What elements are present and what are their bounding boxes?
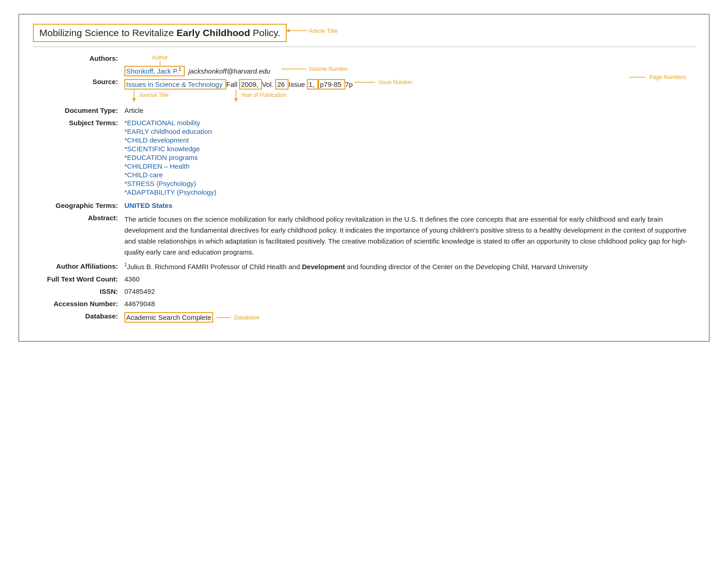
author-link[interactable]: Shonkoff, Jack P. xyxy=(126,67,179,75)
author-ann-line xyxy=(160,61,161,65)
article-title-section: Mobilizing Science to Revitalize Early C… xyxy=(33,24,695,42)
year-ann-arrow xyxy=(233,89,239,102)
issn-row: ISSN: 07485492 xyxy=(42,287,695,295)
article-title-prefix: Mobilizing Science to Revitalize xyxy=(39,27,177,38)
database-annotation-container: Database xyxy=(217,313,260,322)
subject-link-8[interactable]: *ADAPTABILITY (Psychology) xyxy=(124,188,216,196)
source-row: Source: Issues in Science & Technology F… xyxy=(42,78,695,88)
abstract-text: The article focuses on the science mobil… xyxy=(124,214,695,258)
database-row: Database: Academic Search Complete Datab… xyxy=(42,312,695,323)
volume-text: 26 xyxy=(277,80,285,88)
affiliations-suffix: and founding director of the Center on t… xyxy=(345,263,588,271)
affiliations-prefix: Julius B. Richmond FAMRI Professor of Ch… xyxy=(127,263,302,271)
wordcount-row: Full Text Word Count: 4360 xyxy=(42,275,695,283)
subject-link-1[interactable]: *EARLY childhood education xyxy=(124,127,212,135)
accession-row: Accession Number: 44679048 xyxy=(42,300,695,308)
geo-label: Geographic Terms: xyxy=(42,202,124,209)
subject-link-2[interactable]: *CHILD development xyxy=(124,136,189,144)
author-annotation-label: Author xyxy=(152,54,168,61)
subject-link-0[interactable]: *EDUCATIONAL mobility xyxy=(124,119,200,127)
authors-value: Author Shonkoff, Jack P.1 jackshonkoff@h… xyxy=(124,54,348,75)
database-ann-line xyxy=(217,313,233,322)
list-item[interactable]: *EDUCATIONAL mobility xyxy=(124,119,695,127)
database-value-container: Academic Search Complete Database xyxy=(124,312,695,323)
affiliations-label: Author Affiliations: xyxy=(42,262,124,270)
affiliations-row: Author Affiliations: 1Julius B. Richmond… xyxy=(42,262,695,271)
year-ann-pointer: Year of Publication xyxy=(233,90,287,102)
subjects-label: Subject Terms: xyxy=(42,119,124,127)
authors-label: Authors: xyxy=(42,54,124,62)
pages-suffix: 7p xyxy=(345,80,353,88)
list-item[interactable]: *CHILD care xyxy=(124,171,695,179)
issue-label-text: Issue xyxy=(289,80,305,88)
doctype-row: Document Type: Article xyxy=(42,106,695,114)
subject-link-4[interactable]: *EDUCATION programs xyxy=(124,154,198,161)
year-text: 2009, xyxy=(241,80,258,88)
journal-title-text: Issues in Science & Technology xyxy=(126,80,223,88)
author-sup: 1 xyxy=(179,67,182,72)
article-title-box: Mobilizing Science to Revitalize Early C… xyxy=(33,24,287,42)
main-content: Authors: Author Shonkoff, Jack P.1 jacks… xyxy=(33,54,695,323)
subject-link-3[interactable]: *SCIENTIFIC knowledge xyxy=(124,145,200,153)
list-item[interactable]: *EDUCATION programs xyxy=(124,154,695,161)
record-container: Mobilizing Science to Revitalize Early C… xyxy=(18,14,710,342)
subjects-row: Subject Terms: *EDUCATIONAL mobility *EA… xyxy=(42,119,695,197)
journal-ann-arrow xyxy=(131,89,137,102)
doctype-label: Document Type: xyxy=(42,106,124,114)
season-text: Fall xyxy=(226,80,237,88)
authors-row: Authors: Author Shonkoff, Jack P.1 jacks… xyxy=(42,54,695,75)
issue-annotation-label: Issue Number xyxy=(378,79,412,85)
pages-text: p79-85 xyxy=(320,80,342,88)
journal-year-annotations: Journal Title Year of Publication xyxy=(42,90,695,102)
subject-link-7[interactable]: *STRESS (Psychology) xyxy=(124,180,196,187)
doctype-value: Article xyxy=(124,106,695,114)
author-name-text: Shonkoff, Jack P. xyxy=(126,67,179,75)
subject-link-6[interactable]: *CHILD care xyxy=(124,171,163,179)
journal-ann-pointer: Journal Title xyxy=(131,90,169,102)
svg-marker-7 xyxy=(132,98,136,102)
pages-box: p79-85 xyxy=(318,79,345,90)
article-title-bold: Early Childhood xyxy=(177,27,250,38)
geo-link[interactable]: UNITED States xyxy=(124,202,172,209)
volume-box: 26 xyxy=(275,79,289,90)
article-title-suffix: Policy. xyxy=(250,27,280,38)
geo-value: UNITED States xyxy=(124,202,695,209)
volume-annotation-container: Volume Number xyxy=(281,64,348,74)
affiliations-bold: Development xyxy=(302,263,345,271)
list-item[interactable]: *CHILDREN – Health xyxy=(124,162,695,170)
year-box: 2009, xyxy=(239,79,262,90)
year-annotation-label: Year of Publication xyxy=(241,92,287,98)
database-annotation-label: Database xyxy=(234,314,260,321)
database-box: Academic Search Complete xyxy=(124,312,213,323)
journal-annotation-label: Journal Title xyxy=(139,92,169,98)
author-email: jackshonkoff@harvard.edu xyxy=(188,67,270,75)
list-item[interactable]: *ADAPTABILITY (Psychology) xyxy=(124,188,695,196)
geo-row: Geographic Terms: UNITED States xyxy=(42,202,695,209)
list-item[interactable]: *EARLY childhood education xyxy=(124,127,695,135)
article-title-annotation: Article Title xyxy=(289,24,338,37)
subject-list: *EDUCATIONAL mobility *EARLY childhood e… xyxy=(124,119,695,196)
svg-marker-9 xyxy=(234,98,238,102)
divider xyxy=(33,47,695,47)
list-item[interactable]: *CHILD development xyxy=(124,136,695,144)
list-item[interactable]: *STRESS (Psychology) xyxy=(124,180,695,187)
wordcount-value: 4360 xyxy=(124,275,695,283)
issn-label: ISSN: xyxy=(42,287,124,295)
list-item[interactable]: *SCIENTIFIC knowledge xyxy=(124,145,695,153)
article-title-annotation-label: Article Title xyxy=(309,27,338,34)
abstract-label: Abstract: xyxy=(42,214,124,222)
author-name-box[interactable]: Shonkoff, Jack P.1 xyxy=(124,66,185,76)
journal-title-link[interactable]: Issues in Science & Technology xyxy=(126,80,223,88)
source-label: Source: xyxy=(42,78,124,85)
subjects-value: *EDUCATIONAL mobility *EARLY childhood e… xyxy=(124,119,695,197)
wordcount-label: Full Text Word Count: xyxy=(42,275,124,283)
source-value: Issues in Science & Technology Fall 2009… xyxy=(124,78,412,88)
subject-link-5[interactable]: *CHILDREN – Health xyxy=(124,162,190,170)
issn-value: 07485492 xyxy=(124,287,695,295)
database-label: Database: xyxy=(42,312,124,320)
issue-box: 1, xyxy=(307,79,318,90)
affiliations-value: 1Julius B. Richmond FAMRI Professor of C… xyxy=(124,262,695,271)
volume-ann-line xyxy=(281,64,309,74)
accession-value: 44679048 xyxy=(124,300,695,308)
issue-ann-container: Issue Number xyxy=(354,78,412,87)
